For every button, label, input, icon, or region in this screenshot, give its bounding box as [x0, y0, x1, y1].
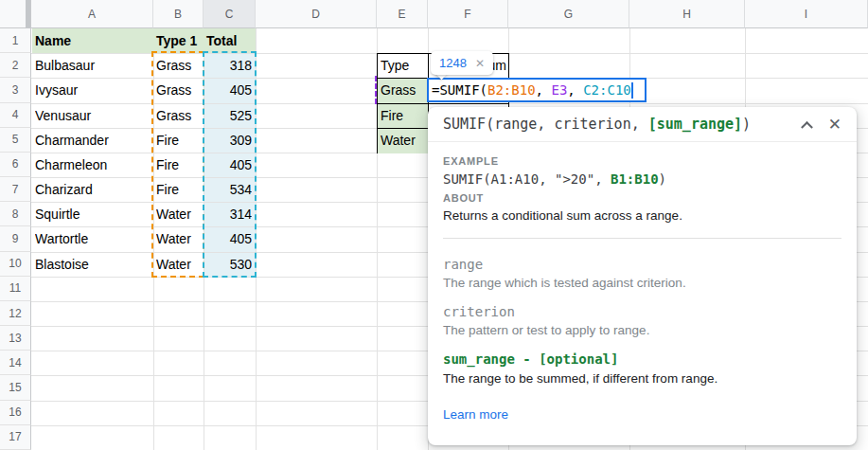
- column-header-I[interactable]: I: [745, 0, 868, 28]
- formula-range2: C2:C10: [583, 82, 631, 98]
- row-header-14[interactable]: 14: [0, 351, 31, 375]
- cell-A5[interactable]: Charmander: [35, 128, 151, 153]
- row-header-17[interactable]: 17: [0, 425, 31, 450]
- row-header-6[interactable]: 6: [0, 153, 31, 177]
- column-header-A[interactable]: A: [31, 0, 153, 28]
- gridline-v: [153, 28, 154, 450]
- cell-A8[interactable]: Squirtle: [35, 202, 151, 226]
- cell-C10[interactable]: 530: [204, 252, 252, 277]
- param-sum-range-desc: The range to be summed, if different fro…: [443, 370, 841, 387]
- preview-close-icon[interactable]: ✕: [475, 57, 485, 70]
- cell-A2[interactable]: Bulbasaur: [35, 53, 151, 78]
- cell-B5[interactable]: Fire: [156, 128, 202, 153]
- formula-editor[interactable]: =SUMIF(B2:B10, E3, C2:C10: [427, 78, 647, 102]
- formula-sep2: ,: [567, 82, 583, 98]
- row-header-13[interactable]: 13: [0, 326, 31, 351]
- param-range: range: [443, 257, 841, 272]
- spreadsheet-app: ABCDEFGHI1234567891011121314151617NameTy…: [0, 0, 868, 450]
- row-header-5[interactable]: 5: [0, 128, 31, 153]
- cell-A10[interactable]: Blastoise: [35, 252, 151, 277]
- example-code: SUMIF(A1:A10, ">20", B1:B10): [443, 171, 841, 187]
- row-header-4[interactable]: 4: [0, 103, 31, 128]
- preview-value: 1248: [439, 56, 467, 70]
- cell-C1[interactable]: Total: [204, 28, 256, 53]
- about-label: ABOUT: [443, 192, 841, 204]
- row-header-12[interactable]: 12: [0, 301, 31, 326]
- column-header-C[interactable]: C: [204, 0, 256, 28]
- example-label: EXAMPLE: [443, 155, 841, 167]
- row-header-10[interactable]: 10: [0, 252, 31, 277]
- row-header-1[interactable]: 1: [0, 28, 31, 53]
- cell-A7[interactable]: Charizard: [35, 177, 151, 202]
- cell-B3[interactable]: Grass: [156, 78, 202, 102]
- function-signature: SUMIF(range, criterion, [sum_range]): [443, 116, 803, 133]
- cell-A3[interactable]: Ivysaur: [35, 78, 151, 102]
- row-header-7[interactable]: 7: [0, 177, 31, 202]
- select-all-corner[interactable]: [0, 0, 31, 28]
- row-header-16[interactable]: 16: [0, 401, 31, 425]
- cell-A1[interactable]: Name: [32, 28, 153, 53]
- learn-more-link[interactable]: Learn more: [443, 407, 508, 422]
- cell-C7[interactable]: 534: [204, 177, 252, 202]
- cell-A4[interactable]: Venusaur: [35, 103, 151, 128]
- cell-C3[interactable]: 405: [204, 78, 252, 102]
- cell-A9[interactable]: Wartortle: [35, 226, 151, 251]
- cell-C6[interactable]: 405: [204, 153, 252, 177]
- cell-C2[interactable]: 318: [204, 53, 252, 78]
- corner-handle: [26, 0, 30, 27]
- column-header-H[interactable]: H: [629, 0, 745, 28]
- cell-B8[interactable]: Water: [156, 202, 202, 226]
- column-header-D[interactable]: D: [256, 0, 377, 28]
- column-header-F[interactable]: F: [428, 0, 508, 28]
- row-header-8[interactable]: 8: [0, 202, 31, 226]
- cell-E4[interactable]: Fire: [378, 104, 429, 129]
- formula-criterion: E3: [551, 82, 567, 98]
- column-header-E[interactable]: E: [377, 0, 428, 28]
- cell-B4[interactable]: Grass: [156, 103, 202, 128]
- formula-result-preview: 1248 ✕: [431, 51, 493, 75]
- row-header-3[interactable]: 3: [0, 78, 31, 102]
- formula-range1: B2:B10: [487, 82, 536, 98]
- column-header-B[interactable]: B: [153, 0, 204, 28]
- help-header: SUMIF(range, criterion, [sum_range]) ✕: [428, 107, 857, 142]
- help-close-icon[interactable]: ✕: [828, 117, 841, 133]
- cell-B1[interactable]: Type 1: [153, 28, 204, 53]
- row-header-11[interactable]: 11: [0, 277, 31, 301]
- cell-B10[interactable]: Water: [156, 252, 202, 277]
- cell-E5[interactable]: Water: [378, 129, 429, 153]
- param-sum-range: sum_range - [optional]: [443, 351, 841, 367]
- cell-B6[interactable]: Fire: [156, 153, 202, 177]
- row-header-2[interactable]: 2: [0, 53, 31, 78]
- function-help-popup: SUMIF(range, criterion, [sum_range]) ✕ E…: [428, 107, 857, 445]
- cell-A6[interactable]: Charmeleon: [35, 153, 151, 177]
- text-cursor: [631, 82, 633, 99]
- formula-prefix: =SUMIF(: [432, 82, 487, 98]
- divider: [443, 238, 841, 239]
- row-header-15[interactable]: 15: [0, 375, 31, 400]
- column-header-G[interactable]: G: [508, 0, 629, 28]
- cell-B2[interactable]: Grass: [156, 53, 202, 78]
- cell-C8[interactable]: 314: [204, 202, 252, 226]
- help-body: EXAMPLE SUMIF(A1:A10, ">20", B1:B10) ABO…: [428, 142, 857, 423]
- collapse-chevron-icon[interactable]: [801, 120, 813, 133]
- row-header-9[interactable]: 9: [0, 226, 31, 251]
- cell-B9[interactable]: Water: [156, 226, 202, 251]
- param-criterion-desc: The pattern or test to apply to range.: [443, 322, 841, 339]
- param-range-desc: The range which is tested against criter…: [443, 275, 841, 292]
- cell-C9[interactable]: 405: [204, 226, 252, 251]
- cell-C4[interactable]: 525: [204, 103, 252, 128]
- formula-sep1: ,: [536, 82, 552, 98]
- about-text: Returns a conditional sum across a range…: [443, 208, 841, 223]
- cell-E3[interactable]: Grass: [378, 79, 429, 104]
- cell-E2[interactable]: Type: [378, 54, 429, 79]
- cell-C5[interactable]: 309: [204, 128, 252, 153]
- gridline-v: [256, 28, 257, 450]
- param-criterion: criterion: [443, 304, 841, 319]
- cell-B7[interactable]: Fire: [156, 177, 202, 202]
